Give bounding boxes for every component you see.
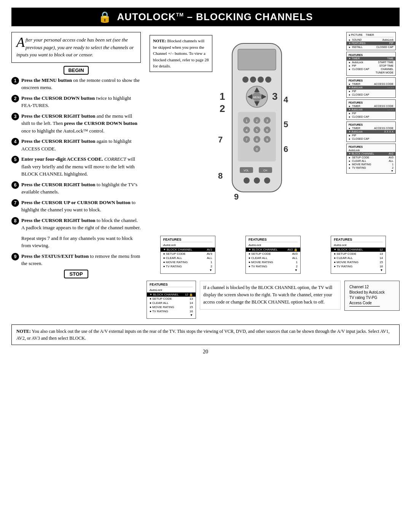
lock-icon: 🔒 [98, 11, 112, 23]
intro-box: A fter your personal access code has bee… [11, 32, 141, 63]
svg-text:VOL: VOL [244, 169, 249, 172]
svg-text:0: 0 [256, 147, 258, 151]
stop-badge: STOP [11, 270, 141, 277]
step-repeat: Repeat steps 7 and 8 for any channels yo… [11, 235, 141, 249]
page-header: 🔒 AutoLockTM – Blocking Channels [11, 8, 400, 26]
blocked-description-text: If a channel is blocked by the BLOCK CHA… [203, 285, 332, 305]
screens-stack: ● PICTURE TIMER ●SOUNDAutoLock ✦ FEATURE… [346, 32, 400, 174]
screen-1-top: ● PICTURE TIMER [349, 34, 393, 37]
screen-block-c: FEATURES AutoLock ✦ BLOCK CHANNEL12 ● SE… [331, 236, 386, 274]
step-text-6: Press the CURSOR RIGHT button to highlig… [21, 181, 141, 196]
svg-text:3: 3 [272, 91, 277, 102]
svg-text:6: 6 [284, 144, 288, 154]
screen-3: FEATURES ●TIMERACCESS CODE ✦ AutoLock- -… [346, 77, 396, 98]
svg-text:9: 9 [266, 138, 268, 142]
svg-point-4 [258, 77, 264, 83]
page-number: 20 [11, 349, 400, 355]
svg-text:7: 7 [218, 135, 223, 144]
step-text-9: Press the STATUS/EXIT button to remove t… [21, 252, 141, 267]
svg-text:4: 4 [245, 128, 247, 132]
screen-block-a: FEATURES AutoLock ✦ BLOCK CHANNELAV2 ● S… [160, 236, 215, 274]
blocked-description: If a channel is blocked by the BLOCK CHA… [200, 281, 341, 310]
step-text-5: Enter your four-digit ACCESS CODE. CORRE… [21, 155, 141, 178]
svg-point-2 [242, 77, 249, 83]
right-column: NOTE: Blocked channels will be skipped w… [147, 32, 400, 319]
svg-point-38 [244, 177, 250, 184]
svg-text:CH: CH [263, 169, 267, 172]
diagram-area: NOTE: Blocked channels will be skipped w… [147, 32, 400, 276]
screen-2: FEATURES ✦ TIMERTIME ●AutoLockSTART TIME… [346, 52, 396, 76]
svg-text:MENU: MENU [253, 96, 261, 99]
svg-text:6: 6 [266, 128, 268, 132]
step-number-1: 1 [11, 77, 19, 85]
step-number-4: 4 [11, 138, 19, 145]
channel-line4: Access Code [349, 301, 395, 305]
note-box: NOTE: Blocked channels will be skipped w… [150, 35, 212, 72]
step-6: 6 Press the CURSOR RIGHT button to highl… [11, 181, 141, 196]
step-number-8: 8 [11, 217, 19, 225]
svg-point-39 [254, 177, 260, 184]
page-title: AutoLockTM – Blocking Channels [117, 11, 313, 23]
svg-point-5 [265, 77, 271, 83]
step-9: 9 Press the STATUS/EXIT button to remove… [11, 252, 141, 267]
stop-label: STOP [64, 270, 88, 278]
channel-line1: Channel 12 [349, 285, 395, 289]
svg-text:8: 8 [256, 138, 258, 142]
svg-text:9: 9 [234, 192, 239, 201]
step-2: 2 Press the CURSOR DOWN button twice to … [11, 94, 141, 109]
final-screen-small: FEATURES AutoLock ✦ BLOCK CHANNEL12 🔒 ● … [147, 281, 196, 319]
svg-text:8: 8 [218, 171, 223, 181]
channel-input [349, 306, 380, 307]
left-column: A fter your personal access code has bee… [11, 32, 141, 319]
bottom-note: NOTE: You also can block out the use of … [11, 324, 400, 345]
bottom-note-text: You also can block out the use of the A/… [16, 329, 390, 341]
svg-text:7: 7 [245, 138, 247, 142]
svg-text:2: 2 [256, 119, 258, 123]
screen-6: FEATURES AutoLock ✦ BLOCK CHANNELAV2 ●SE… [346, 144, 396, 174]
begin-label: BEGIN [64, 66, 88, 75]
drop-cap: A [16, 35, 25, 49]
step-repeat-text: Repeat steps 7 and 8 for any channels yo… [21, 235, 141, 249]
svg-text:1: 1 [245, 119, 247, 123]
step-number-5: 5 [11, 156, 19, 163]
bottom-screens-row: FEATURES AutoLock ✦ BLOCK CHANNELAV2 ● S… [147, 236, 400, 274]
bottom-note-label: NOTE: [16, 329, 31, 334]
svg-text:2: 2 [220, 103, 225, 114]
step-text-3: Press the CURSOR RIGHT button and the me… [21, 112, 141, 135]
note-label: NOTE: [153, 38, 166, 43]
step-3: 3 Press the CURSOR RIGHT button and the … [11, 112, 141, 135]
channel-line2: Blocked by AutoLock [349, 290, 395, 294]
channel-blocked-screen: Channel 12 Blocked by AutoLock TV rating… [344, 281, 400, 311]
remote-diagram: MENU 1 2 3 4 5 6 7 [211, 36, 306, 268]
step-1: 1 Press the MENU button on the remote co… [11, 77, 141, 91]
channel-line3: TV rating TV-PG [349, 296, 395, 300]
screen-5: FEATURES ●TIMERACCESS CODE ✦ AutoLockX X… [346, 121, 396, 142]
step-text-2: Press the CURSOR DOWN button twice to hi… [21, 94, 141, 109]
step-text-8: Press the CURSOR RIGHT button to block t… [21, 217, 141, 232]
screen-1: ● PICTURE TIMER ●SOUNDAutoLock ✦ FEATURE… [346, 32, 396, 50]
svg-rect-1 [238, 49, 276, 70]
step-text-1: Press the MENU button on the remote cont… [21, 77, 141, 91]
final-row: FEATURES AutoLock ✦ BLOCK CHANNEL12 🔒 ● … [147, 281, 400, 319]
step-4: 4 Press the CURSOR RIGHT button again to… [11, 137, 141, 152]
step-number-6: 6 [11, 181, 19, 189]
step-8: 8 Press the CURSOR RIGHT button to block… [11, 217, 141, 232]
step-5: 5 Enter your four-digit ACCESS CODE. COR… [11, 155, 141, 178]
step-7: 7 Press the CURSOR UP or CURSOR DOWN but… [11, 199, 141, 214]
svg-point-40 [264, 177, 270, 184]
svg-text:5: 5 [256, 128, 258, 132]
svg-text:3: 3 [266, 119, 268, 123]
svg-text:4: 4 [284, 95, 288, 104]
step-text-7: Press the CURSOR UP or CURSOR DOWN butto… [21, 199, 141, 214]
begin-badge: BEGIN [11, 67, 141, 73]
step-number-2: 2 [11, 95, 19, 102]
intro-text: fter your personal access code has been … [16, 37, 134, 58]
screen-block-b: FEATURES AutoLock ✦ BLOCK CHANNELAV2 🔒 ●… [245, 236, 301, 274]
svg-text:1: 1 [220, 91, 225, 102]
remote-svg: MENU 1 2 3 4 5 6 7 [211, 36, 306, 268]
main-layout: A fter your personal access code has bee… [11, 32, 400, 319]
svg-text:5: 5 [284, 120, 288, 129]
step-number-9: 9 [11, 253, 19, 260]
step-text-4: Press the CURSOR RIGHT button again to h… [21, 137, 141, 152]
screen-4: FEATURES ●TIMERACCESS CODE ✦ AutoLock- -… [346, 99, 396, 120]
